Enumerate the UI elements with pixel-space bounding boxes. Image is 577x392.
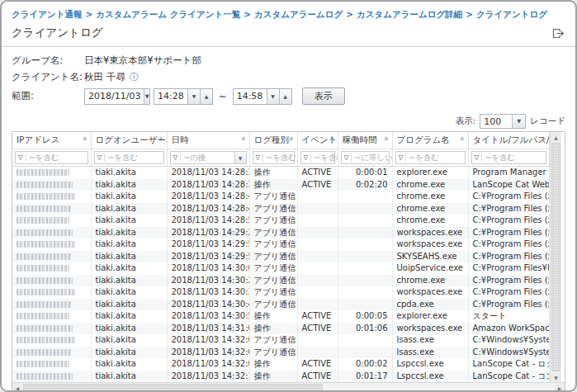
time-from-down-icon[interactable]: ▼	[187, 89, 200, 104]
program-cell: workspaces.exe	[392, 286, 468, 299]
breadcrumb-item[interactable]: クライアントログ	[476, 9, 547, 19]
table-row[interactable]: tiaki.akita2018/11/03 14:29:56アプリ通信works…	[12, 239, 550, 251]
filter-funnel-icon[interactable]: ∇	[472, 153, 483, 162]
table-row[interactable]: tiaki.akita2018/11/03 14:30:55操作ACTIVE0:…	[12, 310, 550, 323]
vertical-scrollbar[interactable]: ▲ ▼	[550, 132, 561, 382]
scroll-left-icon[interactable]: ◀	[12, 383, 22, 392]
ip-cell	[12, 358, 91, 371]
pagesize-dropdown-icon[interactable]: ▼	[512, 115, 525, 128]
pagesize-select[interactable]: 100 ▼	[480, 114, 526, 129]
date-select[interactable]: 2018/11/03 ▼	[84, 88, 150, 105]
table-row[interactable]: tiaki.akita2018/11/03 14:28:35操作ACTIVE0:…	[12, 179, 550, 191]
masked-ip	[17, 193, 76, 200]
event-cell: ACTIVE	[297, 179, 338, 191]
table-row[interactable]: tiaki.akita2018/11/03 14:30:44アプリ通信cpda.…	[12, 299, 550, 311]
table-row[interactable]: tiaki.akita2018/11/03 14:28:40アプリ通信chrom…	[12, 191, 550, 203]
event-cell	[297, 251, 338, 263]
column-menu-icon[interactable]: ✳	[158, 135, 164, 143]
filter-input[interactable]: ∇~の後▼	[170, 151, 247, 164]
filter-funnel-icon[interactable]: ∇	[342, 153, 352, 162]
datetime-cell: 2018/11/03 14:29:56	[167, 251, 249, 263]
table-row[interactable]: tiaki.akita2018/11/03 14:32:07操作ACTIVE0:…	[12, 358, 550, 371]
filter-dropdown-icon[interactable]: ▼	[234, 152, 246, 163]
breadcrumb-item[interactable]: クライアント通報	[12, 9, 82, 19]
filter-placeholder: ~を含む	[406, 153, 464, 163]
horizontal-scroll-thumb[interactable]	[23, 384, 323, 392]
time-to-down-icon[interactable]: ▼	[267, 89, 279, 104]
filter-cell: ∇~を含む	[91, 149, 167, 167]
column-header[interactable]: ログオンユーザー名✳	[91, 132, 167, 149]
date-dropdown-icon[interactable]: ▼	[144, 89, 149, 104]
table-row[interactable]: tiaki.akita2018/11/03 14:31:00操作ACTIVE0:…	[12, 323, 550, 335]
table-row[interactable]: tiaki.akita2018/11/03 14:28:40アプリ通信chrom…	[12, 203, 550, 215]
masked-ip	[17, 361, 69, 367]
filter-funnel-icon[interactable]: ∇	[253, 153, 264, 162]
filter-placeholder: ~を含む	[263, 153, 297, 163]
time-to-up-icon[interactable]: ▲	[279, 89, 291, 104]
column-menu-icon[interactable]: ✳	[83, 135, 88, 143]
table-row[interactable]: tiaki.akita2018/11/03 14:32:00アプリ通信lsass…	[12, 334, 550, 347]
masked-ip	[17, 241, 76, 248]
table-row[interactable]: tiaki.akita2018/11/03 14:32:00アプリ通信lsass…	[12, 347, 550, 359]
export-icon[interactable]	[551, 27, 565, 40]
worktime-cell	[338, 191, 392, 203]
time-to-spinner[interactable]: 14:58 ▼ ▲	[233, 88, 292, 105]
column-header[interactable]: 稼働時間✳	[338, 132, 392, 149]
table-row[interactable]: tiaki.akita2018/11/03 14:29:24アプリ通信works…	[12, 227, 550, 239]
column-menu-icon[interactable]: ✳	[289, 135, 295, 143]
filter-input[interactable]: ∇~を含む	[15, 151, 88, 164]
title-cell: C:¥Program Files (x86)¥Sky P	[468, 251, 550, 263]
filter-input[interactable]: ∇~を含む	[94, 151, 164, 164]
time-from-up-icon[interactable]: ▲	[200, 89, 212, 104]
table-row[interactable]: tiaki.akita2018/11/03 14:28:52アプリ通信chrom…	[12, 215, 550, 227]
breadcrumb-item[interactable]: カスタムアラームログ詳細	[357, 9, 462, 19]
column-header[interactable]: ログ種別✳	[249, 132, 297, 149]
filter-input[interactable]: ∇~を含む	[395, 151, 466, 164]
table-row[interactable]: tiaki.akita2018/11/03 14:30:20アプリ通信chrom…	[12, 275, 550, 287]
column-header[interactable]: 日時✳	[167, 132, 249, 149]
scroll-up-icon[interactable]: ▲	[551, 132, 561, 142]
filter-input[interactable]: ∇~を含む	[471, 151, 547, 164]
filter-input[interactable]: ∇~を含む	[253, 151, 295, 164]
datetime-cell: 2018/11/03 14:30:00	[167, 262, 249, 275]
filter-input[interactable]: ∇~を含む	[300, 151, 335, 164]
filter-input[interactable]: ∇~に等しい	[341, 151, 390, 164]
scroll-right-icon[interactable]: ▶	[555, 383, 565, 392]
column-header[interactable]: タイトル/フルパス/ドキュメント名✳	[468, 132, 550, 149]
scroll-down-icon[interactable]: ▼	[551, 372, 561, 382]
filter-funnel-icon[interactable]: ∇	[95, 153, 106, 162]
table-row[interactable]: tiaki.akita2018/11/03 14:32:10操作ACTIVE0:…	[12, 371, 550, 383]
breadcrumb-item[interactable]: カスタムアラームログ	[254, 9, 343, 19]
show-button[interactable]: 表示	[302, 87, 345, 105]
column-menu-icon[interactable]: ✳	[384, 135, 390, 143]
column-header[interactable]: イベント✳	[297, 132, 338, 149]
filter-funnel-icon[interactable]: ∇	[301, 153, 312, 162]
vertical-scroll-thumb[interactable]	[551, 143, 560, 371]
column-header[interactable]: IPアドレス✳	[12, 132, 91, 149]
title-cell: Program Manager	[468, 167, 550, 179]
column-header[interactable]: プログラム名✳	[392, 132, 468, 149]
table-row[interactable]: tiaki.akita2018/11/03 14:30:36アプリ通信works…	[12, 286, 550, 299]
horizontal-scrollbar[interactable]: ◀ ▶	[12, 382, 565, 392]
filter-funnel-icon[interactable]: ∇	[396, 153, 407, 162]
datetime-cell: 2018/11/03 14:29:24	[167, 227, 249, 239]
masked-ip	[17, 325, 73, 332]
filter-funnel-icon[interactable]: ∇	[16, 153, 26, 162]
masked-ip	[17, 373, 73, 380]
table-row[interactable]: tiaki.akita2018/11/03 14:30:00アプリ通信UoipS…	[12, 262, 550, 275]
worktime-cell: 0:01:17	[338, 371, 392, 383]
breadcrumb-item[interactable]: カスタムアラーム クライアント一覧	[96, 9, 240, 19]
column-menu-icon[interactable]: ✳	[241, 135, 247, 143]
filter-funnel-icon[interactable]: ∇	[171, 153, 182, 162]
column-menu-icon[interactable]: ✳	[541, 135, 546, 143]
datetime-cell: 2018/11/03 14:28:34	[167, 167, 249, 179]
table-row[interactable]: tiaki.akita2018/11/03 14:29:56アプリ通信SKYSE…	[12, 251, 550, 263]
time-from-spinner[interactable]: 14:28 ▼ ▲	[154, 88, 213, 105]
table-row[interactable]: tiaki.akita2018/11/03 14:28:34操作ACTIVE0:…	[12, 167, 550, 179]
event-cell	[297, 262, 338, 275]
client-info-icon[interactable]: ⓘ	[130, 71, 139, 83]
column-menu-icon[interactable]: ✳	[329, 135, 335, 143]
logtype-cell: アプリ通信	[249, 262, 297, 275]
user-cell: tiaki.akita	[91, 299, 167, 311]
column-menu-icon[interactable]: ✳	[460, 135, 466, 143]
